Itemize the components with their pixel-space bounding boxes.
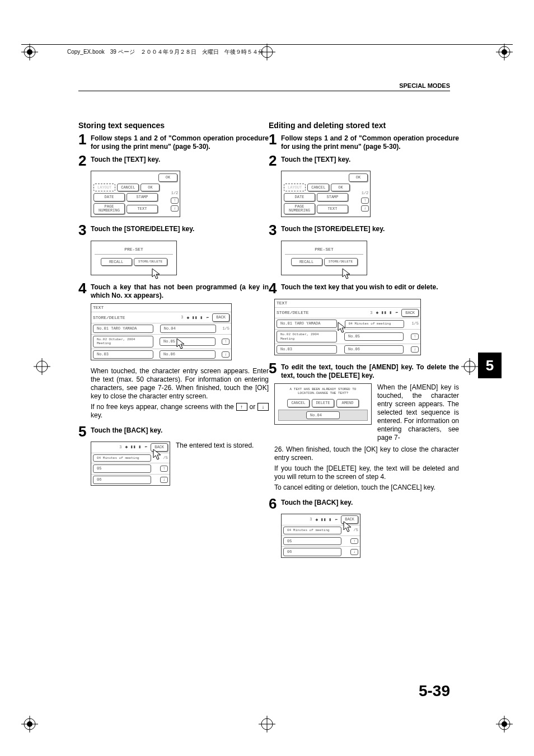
list-item[interactable]: 04 Minutes of meeting [283, 527, 341, 534]
scroll-up-button[interactable]: ↑ [350, 538, 358, 544]
step-5: 5 Touch the [BACK] key. [78, 425, 269, 438]
list-item[interactable]: No.03 [277, 345, 337, 354]
scroll-up-button[interactable]: ↑ [171, 198, 179, 204]
list-item[interactable]: 04 Minutes of meeting [93, 454, 151, 462]
dialog-message: LOCATION.CHANGE THE TEXT? [278, 391, 368, 396]
ok-button[interactable]: OK [158, 173, 177, 182]
step4-paragraph-2: If no free keys appear, change screens w… [91, 403, 269, 420]
text-button[interactable]: TEXT [317, 205, 348, 213]
back-button[interactable]: BACK [212, 313, 229, 322]
list-item[interactable]: No.05 [344, 332, 404, 341]
ok-button[interactable]: OK [331, 184, 350, 192]
list-item[interactable]: No.01 TARO YAMADA [93, 325, 153, 333]
store-delete-button[interactable]: STORE/DELETE [324, 258, 358, 266]
section-header: SPECIAL MODES [399, 82, 450, 89]
step-text: Touch the [TEXT] key. [91, 154, 269, 167]
screen-preset: PRE-SET RECALL STORE/DELETE [91, 241, 177, 276]
back-button[interactable]: BACK [401, 309, 419, 317]
crop-mark-icon [496, 44, 513, 60]
crumb-text: TEXT [277, 300, 287, 306]
scroll-down-button[interactable]: ↓ [160, 477, 168, 483]
list-item[interactable]: No.02 October, 2004 Meeting [93, 336, 153, 348]
pager-number: 3 [181, 315, 183, 320]
cursor-icon [341, 268, 352, 281]
list-item[interactable]: No.06 [344, 345, 404, 354]
recall-button[interactable]: RECALL [101, 258, 132, 266]
scroll-down-button[interactable]: ↓ [222, 351, 229, 358]
step-4: 4 Touch a key that has not been programm… [78, 282, 269, 300]
right-title: Editing and deleting stored text [269, 121, 459, 131]
scroll-up-button[interactable]: ↑ [361, 198, 369, 204]
step-number: 2 [269, 154, 279, 167]
amend-button[interactable]: AMEND [336, 399, 359, 407]
step-3: 3 Touch the [STORE/DELETE] key. [78, 224, 269, 237]
page-numbering-button[interactable]: PAGE NUMBERING [93, 203, 125, 214]
crop-mark-icon [21, 716, 38, 732]
pager-number: 3 [310, 517, 312, 522]
layout-tab[interactable]: LAYOUT [93, 184, 115, 192]
list-item[interactable]: 06 [93, 476, 151, 484]
list-item[interactable]: No.04 [160, 325, 216, 333]
list-item[interactable]: No.02 October, 2004 Meeting [277, 331, 337, 342]
date-button[interactable]: DATE [93, 193, 125, 201]
step-text: Touch a key that has not been programmed… [91, 282, 269, 300]
list-item[interactable]: No.03 [93, 350, 153, 359]
step-number: 4 [269, 282, 279, 295]
stamp-button[interactable]: STAMP [127, 193, 158, 201]
step-text: Follow steps 1 and 2 of "Common operatio… [281, 133, 459, 151]
cursor-icon [151, 268, 162, 281]
step5-para3: If you touch the [DELETE] key, the text … [274, 464, 459, 481]
scroll-down-button[interactable]: ↓ [411, 346, 419, 353]
layout-tab[interactable]: LAYOUT [284, 184, 306, 192]
store-delete-button[interactable]: STORE/DELETE [134, 258, 167, 266]
scroll-up-button[interactable]: ↑ [222, 339, 229, 345]
step-text: Touch the text key that you wish to edit… [281, 282, 459, 295]
step-text: Touch the [BACK] key. [91, 425, 269, 438]
ok-button[interactable]: OK [349, 173, 368, 182]
cancel-button[interactable]: CANCEL [307, 184, 329, 192]
list-item[interactable]: No.01 TARO YAMADA [277, 320, 337, 328]
scroll-down-button[interactable]: ↓ [361, 205, 369, 212]
list-item[interactable]: 06 [283, 548, 341, 556]
list-item[interactable]: 04 Minutes of meeting [345, 320, 404, 328]
step-number: 4 [78, 282, 88, 300]
pager-number: 3 [119, 445, 121, 450]
list-item[interactable]: No.05 [160, 337, 216, 346]
cancel-button[interactable]: CANCEL [287, 399, 310, 407]
list-item[interactable]: No.06 [160, 350, 216, 359]
page-numbering-button[interactable]: PAGE NUMBERING [284, 203, 315, 214]
chapter-tab: 5 [478, 353, 502, 378]
text-button[interactable]: TEXT [127, 205, 158, 213]
step-6: 6 Touch the [BACK] key. [269, 497, 459, 510]
step-2: 2 Touch the [TEXT] key. [269, 154, 459, 167]
scroll-down-button[interactable]: ↓ [350, 549, 358, 555]
svg-point-11 [27, 721, 32, 727]
svg-point-15 [502, 721, 507, 727]
step5-para2: 26. When finished, touch the [OK] key to… [274, 445, 459, 462]
step-text: Follow steps 1 and 2 of "Common operatio… [91, 133, 269, 151]
step4-paragraph: When touched, the character entry screen… [91, 367, 269, 401]
pager-icon: ◆ ▮▮ ▮ [186, 315, 203, 321]
list-item[interactable]: 05 [283, 537, 341, 546]
screen-menu: OK LAYOUT CANCEL OK DATE STAMP PAGE NUMB… [281, 171, 371, 217]
list-item[interactable]: No.04 [306, 411, 340, 420]
crop-mark-icon [21, 44, 38, 60]
list-item[interactable]: 05 [93, 464, 151, 473]
delete-button[interactable]: DELETE [312, 399, 334, 407]
page: Copy_EX.book 39 ページ ２００４年９月２８日 火曜日 午後９時５… [0, 0, 534, 756]
dialog-message: A TEXT HAS BEEN ALREADY STORED TO [278, 387, 368, 392]
scroll-up-button[interactable]: ↑ [411, 334, 419, 340]
scroll-down-button[interactable]: ↓ [171, 205, 179, 212]
cancel-button[interactable]: CANCEL [117, 184, 139, 192]
ok-button[interactable]: OK [140, 184, 160, 192]
step5-para4: To cancel editing or deletion, touch the… [274, 483, 459, 492]
screen-store-list: TEXT STORE/DELETE 3 ◆ ▮▮ ▮ ⬅ BACK No.01 … [91, 303, 232, 360]
step-number: 1 [78, 133, 88, 151]
pager-number: 3 [370, 311, 372, 316]
scroll-up-button[interactable]: ↑ [160, 466, 168, 472]
screen-menu: OK LAYOUT CANCEL OK DATE STAMP PAGE NUMB… [91, 171, 180, 217]
date-button[interactable]: DATE [284, 193, 315, 201]
recall-button[interactable]: RECALL [291, 258, 322, 266]
stamp-button[interactable]: STAMP [317, 193, 348, 201]
step5-side-text: The entered text is stored. [176, 442, 269, 450]
